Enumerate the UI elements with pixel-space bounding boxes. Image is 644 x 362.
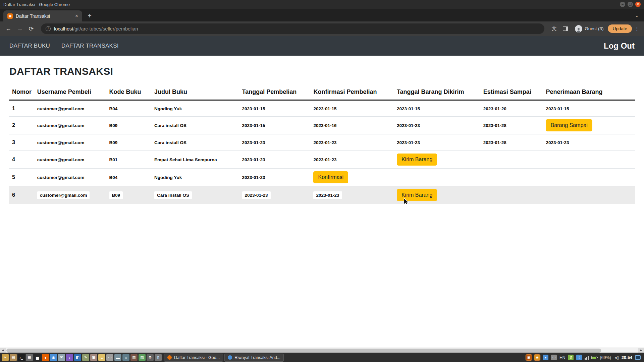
browser-tab[interactable]: ▣ Daftar Transaksi × [3, 10, 82, 21]
screenshot-tool-icon[interactable]: ✂ [2, 354, 9, 361]
table-cell: B04 [106, 100, 151, 117]
maximize-window-icon[interactable]: ▢ [628, 2, 633, 7]
konfirmasi-button[interactable]: Konfirmasi [313, 171, 348, 183]
table-cell: 2 [9, 117, 34, 134]
table-cell: customer@gmail.com [34, 169, 106, 186]
side-panel-icon[interactable] [560, 24, 571, 34]
search-icon[interactable]: ○ [122, 354, 129, 361]
cell-value: B09 [109, 140, 118, 145]
chromium-tray-icon[interactable]: ● [543, 355, 548, 360]
cell-value: 3 [12, 139, 15, 145]
cell-value: 2023-01-23 [397, 140, 420, 145]
music-icon[interactable]: ♪ [66, 354, 73, 361]
scroll-left-icon[interactable]: ◄ [0, 348, 6, 353]
forward-icon[interactable]: → [15, 24, 25, 34]
window-app-icon [167, 355, 172, 360]
table-cell: 2023-01-15 [393, 100, 480, 117]
battery-fill [592, 357, 595, 359]
cell-value: 2023-01-20 [483, 106, 506, 111]
nav-link-daftar-buku[interactable]: DAFTAR BUKU [9, 43, 50, 49]
window-label: Daftar Transaksi - Goo... [174, 355, 220, 360]
cell-value: 2023-01-15 [397, 106, 420, 111]
display-icon[interactable] [635, 355, 641, 360]
mail-icon[interactable]: ✉ [58, 354, 65, 361]
minimize-window-icon[interactable]: – [620, 2, 625, 7]
new-tab-button[interactable]: + [85, 11, 94, 20]
settings-icon[interactable]: ⚙ [147, 354, 154, 361]
trash-icon[interactable]: ▯ [155, 354, 162, 361]
signal-bar [585, 358, 586, 360]
cell-value: customer@gmail.com [37, 106, 85, 111]
scrollbar-track[interactable] [6, 348, 638, 353]
browser-menu-icon[interactable]: ⋮ [633, 26, 641, 32]
clock: 20:54 [622, 355, 632, 360]
archive-manager-icon[interactable]: ▥ [130, 354, 138, 361]
image-viewer-icon[interactable]: ▨ [139, 354, 146, 361]
cell-value: 2023-01-15 [546, 106, 569, 111]
taskbar-window-daftar-transaksi[interactable]: Daftar Transaksi - Goo... [164, 354, 223, 362]
table-cell [480, 169, 543, 186]
site-info-icon[interactable]: i [46, 26, 51, 31]
table-cell: 2023-01-28 [480, 134, 543, 151]
reload-icon[interactable]: ⟳ [26, 24, 36, 34]
table-cell [542, 169, 635, 186]
kirim-barang-button[interactable]: Kirim Barang [397, 189, 437, 201]
table-cell [480, 151, 543, 169]
bluetooth-icon[interactable]: ᛒ [576, 355, 582, 360]
system-monitor-icon[interactable]: ▅ [34, 354, 41, 361]
update-button[interactable]: Update [608, 24, 632, 33]
close-window-icon[interactable]: × [635, 2, 641, 7]
logout-link[interactable]: Log Out [604, 41, 635, 51]
app-indicator-icon[interactable]: ▣ [526, 355, 532, 360]
display-settings-icon[interactable]: ▬ [114, 354, 121, 361]
horizontal-scrollbar[interactable]: ◄ ► [0, 348, 644, 353]
translate-icon[interactable]: 文 [549, 24, 559, 34]
cell-value: B04 [109, 175, 118, 180]
scrollbar-thumb[interactable] [6, 349, 601, 353]
table-cell: customer@gmail.com [34, 186, 106, 204]
barang-sampai-button[interactable]: Barang Sampai [546, 119, 592, 131]
signal-bar [588, 356, 589, 360]
tab-close-icon[interactable]: × [75, 13, 78, 19]
table-cell: Ngoding Yuk [151, 100, 239, 117]
chrome-notification-icon[interactable]: ◉ [534, 355, 540, 360]
terminal-icon[interactable]: ›_ [18, 354, 25, 361]
printer-queue-icon[interactable]: ▭ [551, 355, 557, 360]
table-cell: B09 [106, 134, 151, 151]
cell-value: 2023-01-15 [242, 123, 265, 128]
table-cell: 2023-01-15 [239, 117, 310, 134]
cell-value: 6 [12, 192, 15, 198]
header-username-pembeli: Username Pembeli [34, 84, 106, 100]
printer-icon[interactable]: ▭ [106, 354, 113, 361]
profile-chip[interactable]: Guest (3) [572, 24, 606, 34]
network-icon[interactable]: ⇵ [568, 355, 574, 360]
file-manager-icon[interactable]: ▤ [10, 354, 17, 361]
notes-icon[interactable]: ≡ [98, 354, 105, 361]
chrome-icon[interactable]: ◉ [50, 354, 57, 361]
nav-link-daftar-transaksi[interactable]: DAFTAR TRANSAKSI [61, 43, 119, 49]
address-bar[interactable]: i localhost/git/arc-tubes/seller/pembeli… [41, 23, 544, 34]
tab-search-chevron-icon[interactable]: ⌄ [635, 13, 639, 18]
back-icon[interactable]: ← [3, 24, 13, 34]
kirim-barang-button[interactable]: Kirim Barang [397, 154, 437, 166]
profile-label: Guest (3) [585, 26, 603, 31]
table-cell: 2023-01-23 [239, 186, 310, 204]
firefox-icon[interactable]: ● [42, 354, 49, 361]
transactions-table: Nomor Username Pembeli Kode Buku Judul B… [9, 84, 635, 204]
cell-value: Ngoding Yuk [154, 175, 182, 180]
table-row: 5customer@gmail.comB04Ngoding Yuk2023-01… [9, 169, 635, 186]
table-cell: 2023-01-23 [239, 169, 310, 186]
vscode-icon[interactable]: ◧ [74, 354, 81, 361]
header-kode-buku: Kode Buku [106, 84, 151, 100]
volume-icon[interactable]: ◄)) [614, 356, 619, 360]
scroll-right-icon[interactable]: ► [638, 348, 644, 353]
table-cell: B04 [106, 169, 151, 186]
table-cell: customer@gmail.com [34, 151, 106, 169]
table-cell: 2023-01-23 [542, 134, 635, 151]
folder-documents-icon[interactable]: ▣ [90, 354, 97, 361]
battery-percent-label: (69%) [600, 355, 611, 360]
text-editor-icon[interactable]: ✎ [82, 354, 89, 361]
calculator-icon[interactable]: ▦ [26, 354, 33, 361]
table-cell [480, 186, 543, 204]
taskbar-window-riwayat-transaksi[interactable]: Riwayat Transaksi And... [224, 354, 284, 362]
